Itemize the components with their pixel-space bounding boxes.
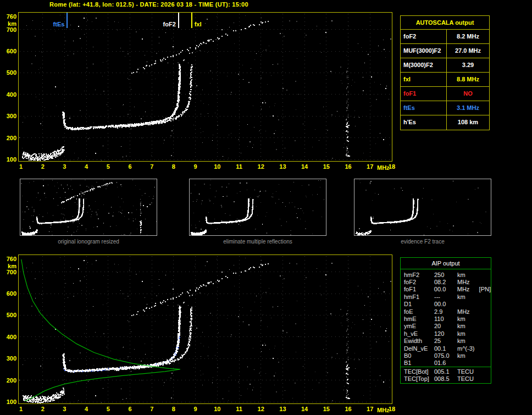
- x-tick-9: 9: [189, 163, 202, 170]
- aip-row-label: ymE: [404, 323, 434, 329]
- aip-row-value: 250: [434, 272, 457, 278]
- aip-output-table: AIP output hmF2250kmfoF208.2MHzfoF100.0M…: [400, 257, 491, 367]
- x-tick-14: 14: [298, 406, 311, 412]
- x-tick-4: 4: [80, 163, 93, 170]
- autoscala-row-label: fxI: [401, 73, 447, 86]
- aip-row-B1: B101.6: [401, 359, 491, 367]
- y-tick-400: 400: [1, 91, 16, 98]
- y-tick-500: 500: [1, 312, 16, 318]
- aip-row-unit: km: [457, 352, 479, 359]
- y-tick-760: 760: [1, 256, 16, 262]
- aip-row-label: foF1: [404, 286, 434, 292]
- y-tick-100: 100: [1, 399, 16, 405]
- autoscala-row-label: foF1: [401, 87, 447, 101]
- x-tick-11: 11: [232, 163, 246, 170]
- autoscala-row-value: 8.8 MHz: [447, 73, 489, 86]
- aip-row-value: 2.9: [434, 308, 457, 315]
- y-axis-unit-label: km: [1, 20, 16, 27]
- autoscala-output-table: AUTOSCALA output foF28.2 MHzMUF(3000)F22…: [400, 15, 490, 130]
- autoscala-row-ftEs: ftEs3.1 MHz: [401, 101, 489, 115]
- x-tick-10: 10: [210, 163, 224, 170]
- aip-row-unit: TECU: [457, 375, 479, 382]
- autoscala-window: { "title": "Rome (lat: +41.8, lon: 012.5…: [0, 0, 532, 415]
- y-tick-200: 200: [1, 135, 16, 141]
- x-tick-1: 1: [14, 406, 27, 412]
- x-tick-1: 1: [14, 163, 27, 170]
- autoscala-row-M(3000)F2: M(3000)F23.29: [401, 58, 489, 73]
- aip-row-unit: km: [457, 316, 479, 322]
- x-tick-6: 6: [124, 406, 137, 412]
- autoscala-row-value: 8.2 MHz: [447, 30, 489, 43]
- aip-row-label: h_vE: [404, 330, 434, 337]
- aip-row-label: foE: [404, 308, 434, 315]
- x-tick-13: 13: [276, 406, 289, 412]
- thumbnail-2-canvas: [190, 179, 326, 235]
- x-tick-5: 5: [102, 406, 115, 412]
- aip-row-unit: MHz: [457, 286, 479, 292]
- aip-row-label: B0: [404, 352, 434, 359]
- autoscala-row-value: 27.0 MHz: [447, 44, 489, 58]
- x-tick-16: 16: [342, 163, 355, 170]
- aip-row-unit: km: [457, 294, 479, 300]
- x-tick-4: 4: [80, 406, 93, 412]
- aip-row-value: 25: [434, 337, 457, 344]
- x-tick-13: 13: [276, 163, 289, 170]
- aip-row-foE: foE2.9MHz: [401, 308, 491, 315]
- autoscala-row-foF1: foF1NO: [401, 87, 489, 101]
- aip-row-label: hmE: [404, 316, 434, 322]
- x-tick-16: 16: [342, 406, 355, 412]
- aip-row-ymE: ymE20km: [401, 323, 491, 330]
- y-tick-300: 300: [1, 113, 16, 119]
- aip-row-label: TEC[Top]: [404, 375, 434, 382]
- aip-row-value: 008.5: [434, 375, 457, 382]
- thumbnail-f2-trace: [354, 179, 491, 236]
- marker-label-foF2: foF2: [154, 21, 176, 27]
- aip-row-value: 075.0: [434, 352, 457, 359]
- autoscala-row-label: ftEs: [401, 101, 447, 115]
- aip-row-TEC[Bot]: TEC[Bot]005.1TECU: [401, 368, 491, 375]
- x-tick-9: 9: [189, 406, 202, 412]
- aip-row-value: ---: [434, 294, 457, 300]
- aip-row-unit: km: [457, 330, 479, 337]
- x-tick-15: 15: [320, 406, 333, 412]
- aip-row-unit: km: [457, 272, 479, 278]
- aip-row-label: D1: [404, 301, 434, 307]
- y-tick-500: 500: [1, 69, 16, 76]
- autoscala-row-h'Es: h'Es108 km: [401, 115, 489, 130]
- thumbnail-1-caption: original ionogram resized: [20, 239, 157, 245]
- x-tick-12: 12: [254, 406, 268, 412]
- x-tick-2: 2: [36, 163, 49, 170]
- aip-row-value: 120: [434, 330, 457, 337]
- aip-row-value: 00.1: [434, 345, 457, 352]
- y-tick-100: 100: [1, 156, 16, 163]
- profile-ionogram-canvas: [19, 255, 392, 403]
- y-tick-700: 700: [1, 269, 16, 275]
- thumbnail-2-caption: eliminate multiple reflections: [189, 239, 326, 245]
- x-tick-10: 10: [210, 406, 224, 412]
- x-axis-unit-label: MHz: [377, 164, 390, 171]
- thumbnail-original-ionogram: [20, 179, 157, 236]
- autoscala-row-value: 3.29: [447, 58, 489, 72]
- aip-row-hmF2: hmF2250km: [401, 271, 491, 278]
- x-tick-3: 3: [58, 406, 71, 412]
- x-tick-3: 3: [58, 163, 71, 170]
- thumbnail-3-caption: evidence F2 trace: [354, 239, 491, 245]
- aip-row-value: 08.2: [434, 279, 457, 285]
- autoscala-row-fxI: fxI8.8 MHz: [401, 73, 489, 87]
- y-axis-unit-label: km: [1, 263, 16, 269]
- main-ionogram-canvas: [19, 13, 392, 161]
- marker-line-ftEs: [66, 13, 68, 28]
- x-tick-14: 14: [298, 163, 311, 170]
- aip-row-foF1: foF100.0MHz[PN]: [401, 286, 491, 293]
- marker-line-foF2: [178, 13, 179, 28]
- x-tick-11: 11: [232, 406, 246, 412]
- x-axis-unit-label: MHz: [377, 407, 390, 413]
- aip-row-value: 110: [434, 316, 457, 322]
- aip-row-flag: [PN]: [479, 286, 491, 292]
- autoscala-row-MUF(3000)F2: MUF(3000)F227.0 MHz: [401, 44, 489, 58]
- aip-row-value: 01.6: [434, 359, 457, 366]
- aip-row-unit: m^(-3): [457, 345, 479, 352]
- x-tick-15: 15: [320, 163, 333, 170]
- x-tick-17: 17: [363, 406, 376, 412]
- aip-row-label: DelN_vE: [404, 345, 434, 352]
